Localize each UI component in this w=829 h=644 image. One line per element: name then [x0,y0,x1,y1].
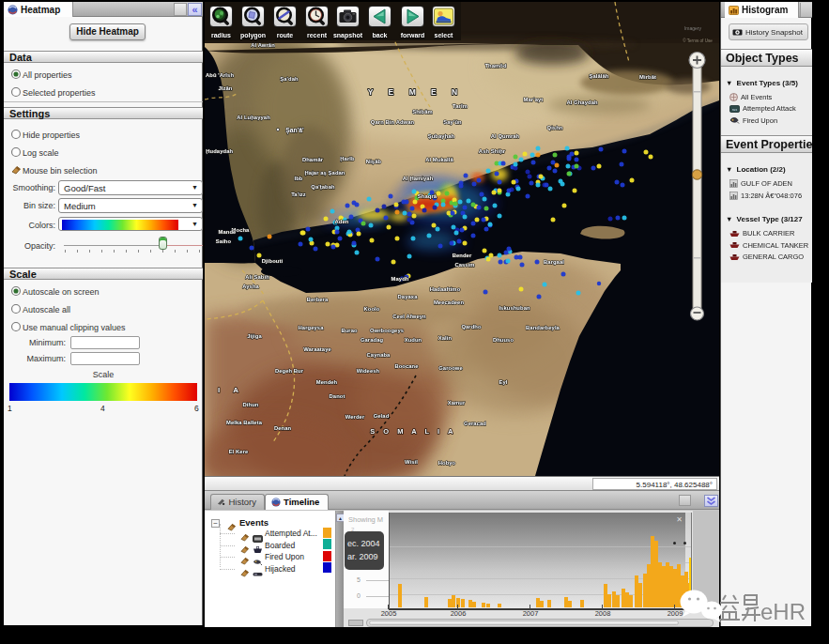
svg-text:l Ḩudaydah: l Ḩudaydah [205,148,233,154]
svg-text:Waraataye: Waraataye [303,346,331,352]
svg-text:Iskushuban: Iskushuban [499,305,530,311]
svg-text:S O M A L I A: S O M A L I A [370,427,456,436]
svg-text:Qa'ţabah: Qa'ţabah [311,184,335,190]
svg-text:Xudun: Xudun [405,337,422,343]
svg-text:Jijiga: Jijiga [247,333,262,339]
svg-text:Aden: Aden [335,219,349,224]
svg-text:Şa'dah: Şa'dah [280,76,299,82]
svg-text:Danot: Danot [330,393,345,399]
svg-text:Werder: Werder [345,414,365,420]
svg-text:Qardho: Qardho [461,324,482,330]
svg-text:I A: I A [218,386,244,394]
svg-text:Şan'ā': Şan'ā' [285,127,304,134]
svg-text:Wideesh: Wideesh [357,368,380,374]
svg-text:Ali Sabih: Ali Sabih [245,274,269,280]
svg-text:ras: ras [732,106,738,111]
svg-text:Bender: Bender [453,253,472,258]
svg-text:Şalālāh: Şalālāh [589,73,608,79]
svg-text:Xalin: Xalin [438,335,453,341]
svg-text:Mirbāt: Mirbāt [639,74,656,80]
svg-text:Ceel Afweyn: Ceel Afweyn [392,314,426,319]
svg-text:Şubayḩah: Şubayḩah [428,133,455,139]
svg-text:Garadag: Garadag [361,337,384,343]
svg-text:Bandarbeyla: Bandarbeyla [526,325,560,330]
svg-text:Ḩarīb: Ḩarīb [340,156,355,161]
svg-text:Hobyo: Hobyo [438,460,456,466]
svg-text:Garoowe: Garoowe [438,365,463,371]
svg-text:Dihun: Dihun [243,402,259,407]
svg-text:Al Luḩayyah: Al Luḩayyah [237,115,270,120]
svg-text:Meecadeen: Meecadeen [434,299,465,305]
svg-text:Thamōd: Thamōd [484,63,507,69]
svg-text:Aysha: Aysha [242,284,259,289]
svg-text:Dhuuso: Dhuuso [493,337,514,343]
svg-text:Mar'ayt: Mar'ayt [524,97,544,102]
svg-text:Ash Shiḩr: Ash Shiḩr [479,148,506,154]
svg-text:Wisil: Wisil [405,459,418,465]
svg-text:Koolo: Koolo [364,306,380,312]
svg-text:Owrboogeys: Owrboogeys [370,328,404,333]
svg-text:Ta'izz: Ta'izz [291,192,306,197]
svg-text:Imagery: Imagery [684,25,702,31]
svg-text:Qarn Bin Adwan: Qarn Bin Adwan [371,119,415,125]
svg-text:Degeh Bur: Degeh Bur [275,368,304,374]
svg-text:Bargaal: Bargaal [544,259,564,265]
svg-text:Y E M E N: Y E M E N [368,87,465,97]
svg-text:Ḩajar aş Şadan: Ḩajar aş Şadan [305,170,345,176]
svg-text:Mendeh: Mendeh [316,379,338,385]
svg-text:Djibouti: Djibouti [262,258,284,264]
svg-text:Burao: Burao [341,328,358,333]
svg-text:Al Ḩamiyah: Al Ḩamiyah [403,176,434,181]
svg-text:Eyl: Eyl [499,379,507,385]
svg-text:Shibām: Shibām [412,109,433,115]
svg-text:eHR: eHR [760,599,806,624]
svg-text:Boocane: Boocane [394,363,419,369]
svg-text:Abū 'Arīsh: Abū 'Arīsh [206,72,234,78]
svg-text:Xamur: Xamur [448,400,466,406]
svg-text:Hadaaftimo: Hadaaftimo [430,286,461,292]
svg-text:Al Awrān: Al Awrān [251,42,275,48]
svg-text:Al Ghaydah: Al Ghaydah [566,100,598,105]
svg-text:Gelad: Gelad [374,413,390,419]
svg-text:© Terms of Use: © Terms of Use [683,38,713,43]
svg-text:Shaqrā: Shaqrā [418,193,438,199]
svg-text:Al Qumrah: Al Qumrah [491,133,520,139]
svg-text:Say'ūn: Say'ūn [443,119,462,125]
svg-text:Melka Balleta: Melka Balleta [226,420,263,425]
svg-text:Jīzān: Jīzān [219,85,233,91]
svg-text:Cassim: Cassim [454,262,474,268]
svg-text:Nişāb: Nişāb [366,159,382,164]
svg-text:Mande: Mande [219,229,238,235]
svg-text:Tarīm: Tarīm [453,103,468,109]
svg-text:Ibb: Ibb [295,176,303,181]
svg-text:Denan: Denan [274,425,292,431]
svg-text:Dayaxa: Dayaxa [398,294,419,299]
svg-text:Maydh: Maydh [391,276,409,282]
svg-text:El Kere: El Kere [229,449,249,454]
svg-text:Al Mukallā: Al Mukallā [425,157,453,162]
svg-text:Saiho: Saiho [216,238,232,244]
svg-text:Geracad: Geracad [464,421,486,426]
svg-text:Dhamār: Dhamār [302,157,324,162]
svg-text:Qishn: Qishn [547,125,563,130]
svg-text:Caynaba: Caynaba [367,352,391,358]
svg-text:Berbera: Berbera [307,297,329,302]
svg-text:Hargeysa: Hargeysa [299,325,325,330]
